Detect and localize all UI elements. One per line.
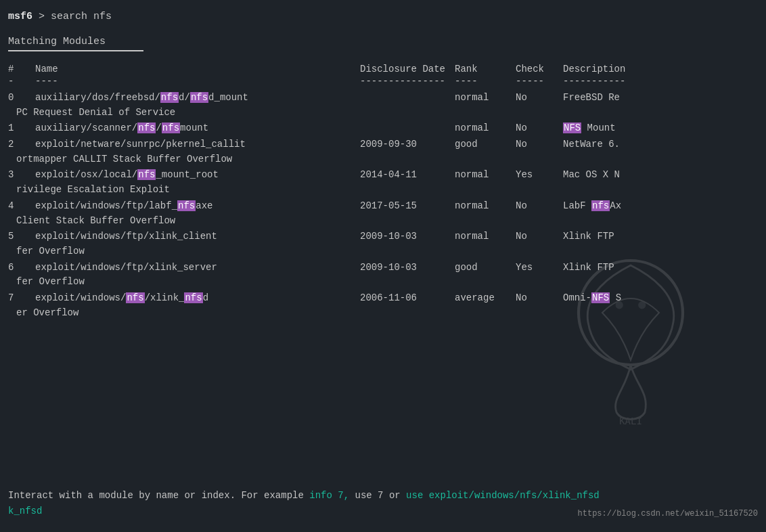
row-check: No [516,199,563,214]
footer-use-cmd: use exploit/windows/nfs/xlink_nfsd [406,490,600,501]
row-cont: PC Request Denial of Service [8,106,758,120]
row-cont: fer Overflow [8,275,758,290]
sep-check: ----- [516,76,563,87]
table-separator: - ---- --------------- ---- ----- ------… [8,76,758,87]
row-rank: average [455,291,516,306]
row-num: 7 [8,291,35,306]
row-num: 6 [8,261,35,275]
footer-use-link: k_nfsd [8,506,42,516]
table-row: 6 exploit/windows/ftp/xlink_server 2009-… [8,261,758,290]
row-num: 0 [8,91,35,106]
row-cont: rivilege Escalation Exploit [8,183,758,198]
col-header-name: Name [35,64,360,74]
sep-date: --------------- [360,76,455,87]
row-cont: ortmapper CALLIT Stack Buffer Overflow [8,152,758,167]
row-date: 2009-09-30 [360,137,455,152]
row-name: exploit/netware/sunrpc/pkernel_callit [35,137,360,152]
row-check: No [516,229,563,244]
row-name: exploit/windows/ftp/xlink_client [35,229,360,244]
results-table: # Name Disclosure Date Rank Check Descri… [8,64,758,320]
footer-static-2: use 7 or [349,490,406,501]
row-desc: LabF nfsAx [563,199,758,214]
row-rank: normal [455,229,516,244]
row-cont: er Overflow [8,306,758,321]
footer-static-1: Interact with a module by name or index.… [8,490,309,501]
row-rank: good [455,261,516,275]
row-num: 3 [8,168,35,183]
table-row: 2 exploit/netware/sunrpc/pkernel_callit … [8,137,758,167]
row-desc: NetWare 6. [563,137,758,152]
row-date: 2009-10-03 [360,229,455,244]
section-underline [8,50,143,51]
row-cont: fer Overflow [8,244,758,259]
table-row: 0 auxiliary/dos/freebsd/nfsd/nfsd_mount … [8,91,758,120]
row-check: No [516,137,563,152]
svg-text:KALI: KALI [619,416,642,426]
row-check: No [516,121,563,136]
footer-info-cmd: info 7, [309,490,349,501]
table-header: # Name Disclosure Date Rank Check Descri… [8,64,758,74]
col-header-check: Check [516,64,563,74]
row-num: 4 [8,199,35,214]
row-desc: Omni-NFS S [563,291,758,306]
sep-rank: ---- [455,76,516,87]
row-date: 2009-10-03 [360,261,455,275]
footer-url: https://blog.csdn.net/weixin_51167520 [578,509,758,518]
terminal-window: msf6 > search nfs Matching Modules # Nam… [8,11,758,320]
row-num: 5 [8,229,35,244]
footer-area: Interact with a module by name or index.… [8,488,758,518]
row-check: Yes [516,261,563,275]
row-desc: Mac OS X N [563,168,758,183]
row-rank: normal [455,91,516,106]
row-name: exploit/windows/ftp/xlink_server [35,261,360,275]
row-date [360,91,455,106]
row-name: exploit/windows/nfs/xlink_nfsd [35,291,360,306]
table-row: 1 auxiliary/scanner/nfs/nfsmount normal … [8,121,758,136]
row-cont: Client Stack Buffer Overflow [8,214,758,229]
table-row: 4 exploit/windows/ftp/labf_nfsaxe 2017-0… [8,199,758,228]
section-title: Matching Modules [8,36,758,47]
col-header-rank: Rank [455,64,516,74]
table-row: 5 exploit/windows/ftp/xlink_client 2009-… [8,229,758,259]
row-name: auxiliary/dos/freebsd/nfsd/nfsd_mount [35,91,360,106]
sep-num: - [8,76,35,87]
col-header-desc: Description [563,64,758,74]
col-header-date: Disclosure Date [360,64,455,74]
row-desc: NFS Mount [563,121,758,136]
row-name: auxiliary/scanner/nfs/nfsmount [35,121,360,136]
row-check: Yes [516,168,563,183]
prompt-prefix: msf6 [8,11,32,22]
row-desc: Xlink FTP [563,261,758,275]
row-rank: good [455,137,516,152]
row-date [360,121,455,136]
row-desc: FreeBSD Re [563,91,758,106]
row-num: 1 [8,121,35,136]
row-name: exploit/windows/ftp/labf_nfsaxe [35,199,360,214]
prompt-command: > search nfs [32,11,112,22]
col-header-num: # [8,64,35,74]
row-rank: normal [455,121,516,136]
table-row: 7 exploit/windows/nfs/xlink_nfsd 2006-11… [8,291,758,320]
row-check: No [516,291,563,306]
table-row: 3 exploit/osx/local/nfs_mount_root 2014-… [8,168,758,197]
sep-name: ---- [35,76,360,87]
row-name: exploit/osx/local/nfs_mount_root [35,168,360,183]
footer-text: Interact with a module by name or index.… [8,488,758,503]
sep-desc: ----------- [563,76,758,87]
row-rank: normal [455,199,516,214]
row-date: 2006-11-06 [360,291,455,306]
row-num: 2 [8,137,35,152]
row-date: 2017-05-15 [360,199,455,214]
prompt-line: msf6 > search nfs [8,11,758,22]
row-desc: Xlink FTP [563,229,758,244]
row-check: No [516,91,563,106]
row-date: 2014-04-11 [360,168,455,183]
row-rank: normal [455,168,516,183]
